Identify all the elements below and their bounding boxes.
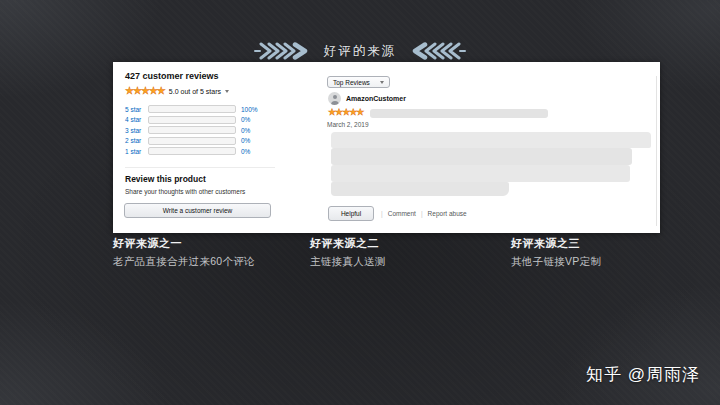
histogram-percent[interactable]: 100% [239,106,263,113]
zhihu-watermark: 知乎 @周雨泽 [586,363,700,386]
reviewer-avatar [328,92,341,105]
caption-source-3: 好评来源之三 其他子链接VP定制 [511,236,601,269]
histogram-bar[interactable] [148,147,236,155]
reviews-count-heading: 427 customer reviews [125,71,219,81]
histogram-percent[interactable]: 0% [239,116,263,123]
histogram-label[interactable]: 5 star [125,106,145,113]
comment-link[interactable]: Comment [388,210,416,217]
feather-arrows-left-icon [410,42,466,60]
histogram-label[interactable]: 4 star [125,116,145,123]
feather-arrows-right-icon [254,42,310,60]
caption-body: 老产品直接合并过来60个评论 [113,255,255,269]
caption-body: 其他子链接VP定制 [511,255,601,269]
write-review-button[interactable]: Write a customer review [124,203,271,218]
overall-rating-row[interactable]: ★★★★★ 5.0 out of 5 stars [125,86,229,96]
person-icon [331,101,339,106]
section-divider [125,167,275,168]
caption-title: 好评来源之三 [511,236,601,251]
ratings-histogram: 5 star 100% 4 star 0% 3 star 0% 2 star 0… [125,105,275,158]
histogram-row-1-star[interactable]: 1 star 0% [125,147,275,155]
divider: | [381,210,383,217]
histogram-percent[interactable]: 0% [239,137,263,144]
histogram-label[interactable]: 1 star [125,148,145,155]
helpful-button[interactable]: Helpful [328,206,374,221]
histogram-bar[interactable] [148,126,236,134]
star-rating-icon: ★★★★★ [125,86,165,96]
amazon-reviews-panel: 427 customer reviews ★★★★★ 5.0 out of 5 … [113,62,660,233]
histogram-bar[interactable] [148,137,236,145]
histogram-bar[interactable] [148,116,236,124]
review-product-heading: Review this product [125,174,206,184]
caption-source-2: 好评来源之二 主链接真人送测 [310,236,386,269]
page-title: 好评的来源 [324,43,397,60]
review-date: March 2, 2019 [327,121,369,128]
chevron-down-icon [380,81,384,84]
redacted-review-text [331,165,630,182]
histogram-percent[interactable]: 0% [239,148,263,155]
reviewer-name[interactable]: AmazonCustomer [346,95,406,102]
redacted-review-text [331,148,632,165]
sort-reviews-dropdown[interactable]: Top Reviews [327,76,390,88]
redacted-review-title [370,109,548,118]
caption-source-1: 好评来源之一 老产品直接合并过来60个评论 [113,236,255,269]
histogram-label[interactable]: 2 star [125,137,145,144]
redacted-review-text [331,132,651,148]
slide-header: 好评的来源 [0,40,720,62]
sort-dropdown-label: Top Reviews [333,79,370,86]
histogram-bar[interactable] [148,105,236,113]
redacted-review-text [331,182,509,196]
review-star-rating-icon: ★★★★★ [328,108,363,117]
report-abuse-link[interactable]: Report abuse [428,210,467,217]
caption-body: 主链接真人送测 [310,255,386,269]
caption-title: 好评来源之一 [113,236,255,251]
person-icon [333,95,337,99]
rating-text: 5.0 out of 5 stars [169,88,221,95]
histogram-percent[interactable]: 0% [239,127,263,134]
histogram-row-2-star[interactable]: 2 star 0% [125,137,275,145]
caption-title: 好评来源之二 [310,236,386,251]
histogram-row-4-star[interactable]: 4 star 0% [125,116,275,124]
scrollbar-track[interactable] [656,76,657,226]
divider: | [421,210,423,217]
chevron-down-icon [225,90,229,93]
histogram-label[interactable]: 3 star [125,127,145,134]
review-action-links: | Comment | Report abuse [381,210,467,217]
histogram-row-3-star[interactable]: 3 star 0% [125,126,275,134]
histogram-row-5-star[interactable]: 5 star 100% [125,105,275,113]
review-product-subtext: Share your thoughts with other customers [125,188,245,195]
